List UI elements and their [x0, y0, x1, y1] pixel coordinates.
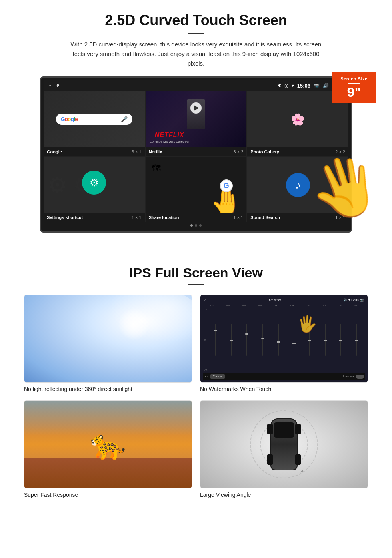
camera-icon: 📷 [314, 83, 320, 88]
pagination-dots [44, 222, 348, 229]
google-label: Google [47, 149, 62, 154]
play-triangle-icon [194, 105, 199, 111]
netflix-subtitle: Continue Marvel's Daredevil [150, 140, 190, 143]
google-label-bar: Google 3 × 1 [44, 147, 145, 156]
amp-footer: ◄◄ Custom loudness [203, 373, 365, 380]
netflix-app-cell[interactable]: NETFLIX Continue Marvel's Daredevil Netf… [146, 91, 247, 156]
feature-label-viewing-angle: Large Viewing Angle [200, 492, 368, 498]
slider-thumb-3 [245, 333, 248, 335]
google-g-icon: G [220, 179, 233, 192]
device-screen: ⌂ Ψ ✱ ◎ ▾ 15:06 📷 🔊 ⊠ ▭ [44, 80, 348, 229]
slider-thumb-8 [324, 340, 327, 341]
amp-home-icon: ⌂ [204, 298, 206, 302]
slider-track-6 [294, 324, 294, 356]
photo-label-bar: Photo Gallery 2 × 2 [247, 147, 348, 156]
amp-db-labels: 10 0 -10 [204, 308, 208, 371]
screen-size-badge: Screen Size 9" [332, 72, 376, 103]
slider-1 [208, 324, 223, 356]
google-search-bar[interactable]: Google 🎤 [56, 114, 132, 125]
slider-track-8 [325, 324, 326, 356]
location-icon: ◎ [284, 83, 288, 88]
slider-3 [240, 324, 254, 356]
wifi-icon: ▾ [292, 83, 294, 88]
badge-divider-line [348, 83, 360, 84]
feature-item-cheetah: 🐆 Super Fast Response [24, 400, 192, 498]
status-time: 15:06 [297, 83, 310, 89]
photo-size: 2 × 2 [335, 149, 345, 154]
share-label-bar: Share location 1 × 1 [146, 213, 247, 222]
sunlight-rays-svg [24, 295, 192, 382]
wheel-front-left [267, 424, 273, 434]
google-cell-content: Google 🎤 [44, 91, 145, 147]
netflix-label-bar: Netflix 3 × 2 [146, 147, 247, 156]
sound-app-cell[interactable]: ♪ Sound Search 1 × 1 [247, 157, 348, 222]
netflix-label: Netflix [149, 149, 162, 154]
amp-loudness-label: loudness [343, 375, 354, 378]
section1-title: 2.5D Curved Touch Screen [24, 12, 368, 29]
cheetah-image: 🐆 [24, 400, 192, 488]
dot-1[interactable] [190, 224, 193, 227]
sunlight-image [24, 295, 192, 383]
volume-icon: 🔊 [323, 83, 329, 88]
amp-loudness-toggle[interactable] [356, 375, 364, 379]
slider-track-2 [231, 324, 232, 356]
settings-label: Settings shortcut [47, 215, 83, 220]
netflix-cell-content: NETFLIX Continue Marvel's Daredevil [146, 91, 247, 147]
sound-label: Sound Search [250, 215, 280, 220]
amplifier-image: ⌂ Amplifier 🔊 ▾ 17:33 📷 60hz 100hz 200hz… [200, 295, 368, 383]
amp-title: Amplifier [269, 298, 281, 302]
netflix-logo: NETFLIX [150, 132, 190, 139]
slider-10 [349, 324, 364, 356]
db-0: 0 [204, 339, 207, 341]
amp-custom-button[interactable]: Custom [210, 374, 225, 379]
slider-8 [318, 324, 332, 356]
car-visual: ↗ [200, 401, 368, 488]
feature-label-response: Super Fast Response [24, 492, 192, 498]
photo-label: Photo Gallery [250, 149, 279, 154]
sound-size: 1 × 1 [335, 215, 345, 220]
slider-track-5 [278, 324, 279, 356]
netflix-size: 3 × 2 [234, 149, 244, 154]
amp-arrow-left: ◄◄ [204, 375, 209, 378]
hand-with-g-container: G 🤚 [210, 179, 242, 213]
pointing-hand-icon: 🤚 [210, 189, 242, 213]
share-cell-content: G 🤚 🗺 [146, 157, 247, 213]
cheetah-ground [24, 458, 192, 488]
badge-size: 9" [347, 84, 361, 100]
netflix-play-button[interactable] [190, 102, 202, 114]
sound-label-bar: Sound Search 1 × 1 [247, 213, 348, 222]
slider-track-4 [262, 324, 263, 356]
dot-2[interactable] [195, 224, 197, 227]
slider-5 [271, 324, 286, 356]
slider-thumb-9 [339, 340, 342, 341]
dot-3[interactable] [199, 224, 202, 227]
gear-icon: ⚙ [90, 177, 99, 189]
mic-icon: 🎤 [121, 116, 128, 122]
section1-description: With 2.5D curved-display screen, this de… [66, 40, 326, 68]
home-icon[interactable]: ⌂ [48, 83, 51, 88]
settings-size: 1 × 1 [132, 215, 142, 220]
device-frame: ⌂ Ψ ✱ ◎ ▾ 15:06 📷 🔊 ⊠ ▭ [40, 76, 352, 233]
wheel-front-right [295, 424, 301, 434]
slider-4 [255, 324, 270, 356]
usb-icon: Ψ [55, 83, 59, 88]
sound-cell-content: ♪ [247, 157, 348, 213]
app-grid: Google 🎤 Google 3 × 1 [44, 91, 348, 222]
amp-eq-area: 10 0 -10 [203, 307, 365, 373]
google-app-cell[interactable]: Google 🎤 Google 3 × 1 [44, 91, 145, 156]
settings-app-cell[interactable]: ⚙ ⚙ ⚙ Settings shortcut 1 × 1 [44, 157, 145, 222]
section2-divider [188, 284, 204, 285]
wheel-rear-left [267, 454, 273, 465]
cheetah-emoji: 🐆 [90, 428, 126, 462]
slider-track-9 [340, 324, 341, 356]
wheel-rear-right [295, 454, 301, 465]
device-wrapper: Screen Size 9" ⌂ Ψ ✱ ◎ ▾ [40, 76, 352, 233]
slider-thumb-6 [292, 343, 296, 344]
settings-cell-content: ⚙ ⚙ ⚙ [44, 157, 145, 213]
status-bar: ⌂ Ψ ✱ ◎ ▾ 15:06 📷 🔊 ⊠ ▭ [44, 80, 348, 91]
slider-thumb-4 [261, 338, 264, 339]
db-minus10: -10 [204, 369, 207, 371]
share-location-app-cell[interactable]: G 🤚 🗺 Share location 1 × 1 [146, 157, 247, 222]
feature-item-car: ↗ Large Viewing Angle [200, 400, 368, 498]
feature-label-sunlight: No light reflecting under 360° direct su… [24, 386, 192, 392]
